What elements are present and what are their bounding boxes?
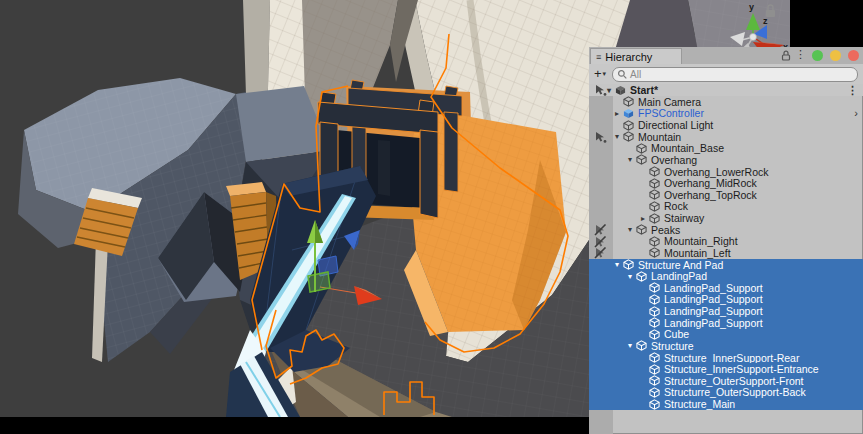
- search-icon: [617, 69, 628, 80]
- hierarchy-row[interactable]: LandingPad_Support: [589, 305, 863, 317]
- hierarchy-row[interactable]: ▸FPSController›: [589, 108, 863, 120]
- tab-title: Hierarchy: [605, 51, 652, 63]
- window-button-yellow[interactable]: [830, 50, 841, 61]
- hierarchy-row[interactable]: LandingPad_Support: [589, 317, 863, 329]
- row-label: Mountain_Right: [664, 235, 738, 247]
- search-placeholder: All: [630, 69, 641, 80]
- lock-icon[interactable]: [781, 50, 791, 63]
- axis-label-z: z: [763, 16, 768, 26]
- row-label: Rock: [664, 200, 688, 212]
- expand-arrow[interactable]: ▾: [624, 225, 636, 234]
- prefab-chevron-icon[interactable]: ›: [854, 107, 858, 119]
- create-dropdown-caret[interactable]: ▾: [603, 70, 607, 78]
- hierarchy-row[interactable]: Cube: [589, 329, 863, 341]
- gameobject-cube-icon: [649, 166, 660, 177]
- tab-hierarchy[interactable]: ≡ Hierarchy: [590, 48, 682, 64]
- hierarchy-row[interactable]: Mountain_Right: [589, 236, 863, 248]
- hierarchy-toolbar: + ▾ All: [589, 64, 863, 84]
- row-label: FPSController: [638, 107, 704, 119]
- row-label: LandingPad_Support: [664, 305, 763, 317]
- unity-scene-icon: [615, 85, 626, 96]
- gameobject-cube-icon: [649, 189, 660, 200]
- window-button-red[interactable]: [848, 50, 859, 61]
- gameobject-cube-icon: [623, 96, 634, 107]
- row-label: Structurre_OuterSupport-Back: [664, 386, 806, 398]
- row-label: Structure_InnerSupport-Rear: [664, 352, 799, 364]
- hierarchy-row[interactable]: Rock: [589, 201, 863, 213]
- hierarchy-row[interactable]: ▸Stairway: [589, 212, 863, 224]
- gameobject-cube-icon: [649, 352, 660, 363]
- gameobject-cube-icon: [649, 317, 660, 328]
- row-label: Mountain_Base: [651, 142, 724, 154]
- scene-kebab-icon[interactable]: ⋮: [847, 84, 858, 97]
- prefab-icon: [623, 108, 634, 119]
- list-icon: ≡: [596, 52, 601, 62]
- panel-menu-icon[interactable]: ⋮: [795, 48, 805, 61]
- expand-arrow[interactable]: ▾: [611, 260, 623, 269]
- gameobject-cube-icon: [649, 387, 660, 398]
- gameobject-cube-icon: [649, 213, 660, 224]
- hierarchy-row[interactable]: Mountain_Left: [589, 247, 863, 259]
- scene-name: Start*: [630, 84, 658, 96]
- hierarchy-row[interactable]: Overhang_MidRock: [589, 177, 863, 189]
- hierarchy-panel: ≡ Hierarchy ⋮ + ▾ All ▾ Start* ⋮ Main Ca…: [589, 47, 863, 434]
- row-label: Main Camera: [638, 96, 701, 108]
- expand-arrow[interactable]: ▾: [611, 132, 623, 141]
- hierarchy-row[interactable]: Structure_InnerSupport-Entrance: [589, 363, 863, 375]
- row-label: Structure_InnerSupport-Entrance: [664, 363, 819, 375]
- hierarchy-row[interactable]: Mountain_Base: [589, 143, 863, 155]
- hierarchy-row[interactable]: Overhang_LowerRock: [589, 166, 863, 178]
- gameobject-cube-icon: [649, 236, 660, 247]
- row-label: Mountain: [638, 131, 681, 143]
- row-label: LandingPad: [651, 270, 707, 282]
- hierarchy-row[interactable]: LandingPad_Support: [589, 282, 863, 294]
- gameobject-cube-icon: [649, 247, 660, 258]
- hierarchy-row[interactable]: ▾Overhang: [589, 154, 863, 166]
- gameobject-cube-icon: [623, 259, 634, 270]
- gameobject-cube-icon: [649, 294, 660, 305]
- row-label: Structure: [651, 340, 694, 352]
- search-input[interactable]: All: [612, 67, 858, 82]
- gameobject-cube-icon: [623, 131, 634, 142]
- hierarchy-row[interactable]: ▾Structure And Pad: [589, 259, 863, 271]
- hierarchy-row[interactable]: Structurre_OuterSupport-Back: [589, 387, 863, 399]
- axis-label-y: y: [749, 2, 754, 12]
- expand-arrow[interactable]: ▾: [624, 155, 636, 164]
- scene-header-row[interactable]: ▾ Start* ⋮: [589, 84, 863, 96]
- expand-arrow[interactable]: ▾: [624, 341, 636, 350]
- gameobject-cube-icon: [623, 120, 634, 131]
- hierarchy-row[interactable]: Structure_OuterSupport-Front: [589, 375, 863, 387]
- expand-arrow[interactable]: ▸: [637, 214, 649, 223]
- gameobject-cube-icon: [649, 329, 660, 340]
- panel-tab-bar: ≡ Hierarchy ⋮: [589, 47, 863, 65]
- hierarchy-row[interactable]: Structure_Main: [589, 398, 863, 410]
- expand-arrow[interactable]: ▸: [611, 109, 623, 118]
- hierarchy-row[interactable]: Main Camera: [589, 96, 863, 108]
- hierarchy-row[interactable]: ▾Peaks: [589, 224, 863, 236]
- row-label: Overhang_MidRock: [664, 177, 757, 189]
- hierarchy-row[interactable]: Structure_InnerSupport-Rear: [589, 352, 863, 364]
- gameobject-cube-icon: [649, 375, 660, 386]
- row-label: LandingPad_Support: [664, 282, 763, 294]
- hierarchy-row[interactable]: LandingPad_Support: [589, 294, 863, 306]
- hierarchy-row[interactable]: ▾Mountain: [589, 131, 863, 143]
- expand-arrow[interactable]: ▾: [624, 272, 636, 281]
- row-label: Directional Light: [638, 119, 713, 131]
- hierarchy-row[interactable]: Overhang_TopRock: [589, 189, 863, 201]
- row-label: Overhang_LowerRock: [664, 166, 768, 178]
- row-label: Cube: [664, 328, 689, 340]
- row-label: Structure And Pad: [638, 259, 723, 271]
- hierarchy-row[interactable]: ▾LandingPad: [589, 270, 863, 282]
- hierarchy-row[interactable]: ▾Structure: [589, 340, 863, 352]
- gameobject-cube-icon: [636, 340, 647, 351]
- create-button[interactable]: +: [594, 69, 602, 79]
- row-label: Overhang: [651, 154, 697, 166]
- gameobject-cube-icon: [649, 282, 660, 293]
- row-label: LandingPad_Support: [664, 293, 763, 305]
- row-label: Peaks: [651, 224, 680, 236]
- hierarchy-row[interactable]: Directional Light: [589, 119, 863, 131]
- window-button-green[interactable]: [812, 50, 823, 61]
- gameobject-cube-icon: [649, 306, 660, 317]
- gameobject-cube-icon: [649, 178, 660, 189]
- row-label: Overhang_TopRock: [664, 189, 757, 201]
